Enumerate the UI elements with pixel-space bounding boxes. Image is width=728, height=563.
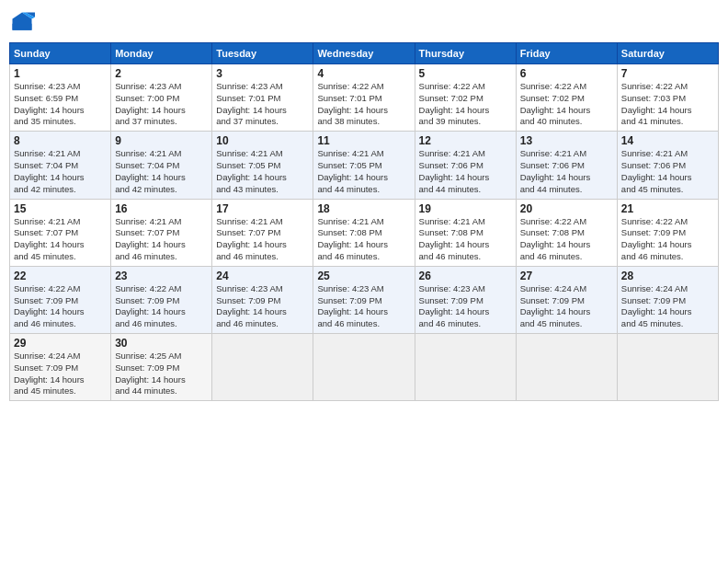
- day-number: 13: [520, 134, 613, 147]
- day-info: Sunrise: 4:21 AMSunset: 7:06 PMDaylight:…: [520, 148, 613, 195]
- week-row-4: 22Sunrise: 4:22 AMSunset: 7:09 PMDayligh…: [10, 266, 719, 333]
- calendar-cell: 21Sunrise: 4:22 AMSunset: 7:09 PMDayligh…: [617, 199, 718, 266]
- day-number: 25: [317, 270, 410, 282]
- calendar-cell: 3Sunrise: 4:23 AMSunset: 7:01 PMDaylight…: [212, 64, 313, 132]
- calendar-cell: 18Sunrise: 4:21 AMSunset: 7:08 PMDayligh…: [313, 199, 415, 266]
- calendar-cell: 30Sunrise: 4:25 AMSunset: 7:09 PMDayligh…: [111, 334, 212, 401]
- day-number: 28: [621, 270, 714, 282]
- calendar-cell: [617, 334, 718, 401]
- day-info: Sunrise: 4:22 AMSunset: 7:02 PMDaylight:…: [419, 81, 512, 128]
- day-number: 17: [216, 202, 309, 215]
- week-row-5: 29Sunrise: 4:24 AMSunset: 7:09 PMDayligh…: [10, 334, 719, 401]
- day-number: 14: [621, 134, 714, 147]
- day-info: Sunrise: 4:23 AMSunset: 7:00 PMDaylight:…: [115, 81, 208, 128]
- week-row-2: 8Sunrise: 4:21 AMSunset: 7:04 PMDaylight…: [10, 132, 719, 199]
- calendar-cell: 14Sunrise: 4:21 AMSunset: 7:06 PMDayligh…: [617, 132, 718, 199]
- day-info: Sunrise: 4:24 AMSunset: 7:09 PMDaylight:…: [520, 283, 613, 330]
- day-info: Sunrise: 4:22 AMSunset: 7:09 PMDaylight:…: [115, 283, 208, 330]
- calendar-cell: 28Sunrise: 4:24 AMSunset: 7:09 PMDayligh…: [617, 266, 718, 333]
- day-info: Sunrise: 4:23 AMSunset: 7:01 PMDaylight:…: [216, 81, 309, 128]
- calendar-cell: 19Sunrise: 4:21 AMSunset: 7:08 PMDayligh…: [415, 199, 516, 266]
- day-info: Sunrise: 4:24 AMSunset: 7:09 PMDaylight:…: [14, 350, 107, 397]
- day-number: 19: [419, 202, 512, 215]
- day-info: Sunrise: 4:21 AMSunset: 7:07 PMDaylight:…: [14, 216, 107, 263]
- calendar-cell: 27Sunrise: 4:24 AMSunset: 7:09 PMDayligh…: [516, 266, 617, 333]
- calendar-cell: 11Sunrise: 4:21 AMSunset: 7:05 PMDayligh…: [313, 132, 415, 199]
- day-number: 16: [115, 202, 208, 215]
- week-row-3: 15Sunrise: 4:21 AMSunset: 7:07 PMDayligh…: [10, 199, 719, 266]
- calendar-cell: 6Sunrise: 4:22 AMSunset: 7:02 PMDaylight…: [516, 64, 617, 132]
- calendar-cell: 4Sunrise: 4:22 AMSunset: 7:01 PMDaylight…: [313, 64, 415, 132]
- calendar-cell: [313, 334, 415, 401]
- day-info: Sunrise: 4:21 AMSunset: 7:04 PMDaylight:…: [115, 148, 208, 195]
- day-number: 29: [14, 337, 107, 350]
- day-number: 11: [317, 134, 410, 147]
- header: [9, 9, 719, 35]
- day-number: 9: [115, 134, 208, 147]
- day-info: Sunrise: 4:23 AMSunset: 7:09 PMDaylight:…: [419, 283, 512, 330]
- day-number: 18: [317, 202, 410, 215]
- calendar-cell: 9Sunrise: 4:21 AMSunset: 7:04 PMDaylight…: [111, 132, 212, 199]
- calendar-cell: 1Sunrise: 4:23 AMSunset: 6:59 PMDaylight…: [10, 64, 111, 132]
- header-saturday: Saturday: [617, 43, 718, 64]
- day-number: 3: [216, 67, 309, 80]
- calendar-cell: 5Sunrise: 4:22 AMSunset: 7:02 PMDaylight…: [415, 64, 516, 132]
- day-number: 27: [520, 270, 613, 282]
- calendar-cell: [415, 334, 516, 401]
- calendar-cell: 10Sunrise: 4:21 AMSunset: 7:05 PMDayligh…: [212, 132, 313, 199]
- day-number: 22: [14, 270, 107, 282]
- header-monday: Monday: [111, 43, 212, 64]
- day-info: Sunrise: 4:21 AMSunset: 7:07 PMDaylight:…: [115, 216, 208, 263]
- day-number: 26: [419, 270, 512, 282]
- day-info: Sunrise: 4:21 AMSunset: 7:05 PMDaylight:…: [317, 148, 410, 195]
- day-info: Sunrise: 4:22 AMSunset: 7:02 PMDaylight:…: [520, 81, 613, 128]
- day-info: Sunrise: 4:25 AMSunset: 7:09 PMDaylight:…: [115, 350, 208, 397]
- calendar-cell: 15Sunrise: 4:21 AMSunset: 7:07 PMDayligh…: [10, 199, 111, 266]
- calendar-cell: 25Sunrise: 4:23 AMSunset: 7:09 PMDayligh…: [313, 266, 415, 333]
- calendar-cell: 16Sunrise: 4:21 AMSunset: 7:07 PMDayligh…: [111, 199, 212, 266]
- day-info: Sunrise: 4:21 AMSunset: 7:04 PMDaylight:…: [14, 148, 107, 195]
- calendar-cell: 17Sunrise: 4:21 AMSunset: 7:07 PMDayligh…: [212, 199, 313, 266]
- header-tuesday: Tuesday: [212, 43, 313, 64]
- day-number: 21: [621, 202, 714, 215]
- calendar-cell: 8Sunrise: 4:21 AMSunset: 7:04 PMDaylight…: [10, 132, 111, 199]
- day-info: Sunrise: 4:23 AMSunset: 7:09 PMDaylight:…: [317, 283, 410, 330]
- day-number: 6: [520, 67, 613, 80]
- calendar-cell: [212, 334, 313, 401]
- day-info: Sunrise: 4:23 AMSunset: 6:59 PMDaylight:…: [14, 81, 107, 128]
- calendar-cell: 7Sunrise: 4:22 AMSunset: 7:03 PMDaylight…: [617, 64, 718, 132]
- page: SundayMondayTuesdayWednesdayThursdayFrid…: [0, 0, 728, 563]
- calendar-header-row: SundayMondayTuesdayWednesdayThursdayFrid…: [10, 43, 719, 64]
- calendar-cell: 26Sunrise: 4:23 AMSunset: 7:09 PMDayligh…: [415, 266, 516, 333]
- header-sunday: Sunday: [10, 43, 111, 64]
- calendar: SundayMondayTuesdayWednesdayThursdayFrid…: [9, 42, 719, 401]
- logo: [9, 9, 39, 35]
- day-number: 7: [621, 67, 714, 80]
- day-info: Sunrise: 4:22 AMSunset: 7:09 PMDaylight:…: [621, 216, 714, 263]
- day-number: 12: [419, 134, 512, 147]
- day-number: 1: [14, 67, 107, 80]
- header-friday: Friday: [516, 43, 617, 64]
- day-number: 24: [216, 270, 309, 282]
- day-info: Sunrise: 4:21 AMSunset: 7:07 PMDaylight:…: [216, 216, 309, 263]
- logo-icon: [9, 9, 35, 35]
- day-number: 20: [520, 202, 613, 215]
- svg-rect-3: [13, 24, 32, 30]
- day-info: Sunrise: 4:22 AMSunset: 7:01 PMDaylight:…: [317, 81, 410, 128]
- day-info: Sunrise: 4:21 AMSunset: 7:06 PMDaylight:…: [621, 148, 714, 195]
- calendar-cell: 13Sunrise: 4:21 AMSunset: 7:06 PMDayligh…: [516, 132, 617, 199]
- header-thursday: Thursday: [415, 43, 516, 64]
- calendar-cell: 20Sunrise: 4:22 AMSunset: 7:08 PMDayligh…: [516, 199, 617, 266]
- day-info: Sunrise: 4:22 AMSunset: 7:08 PMDaylight:…: [520, 216, 613, 263]
- week-row-1: 1Sunrise: 4:23 AMSunset: 6:59 PMDaylight…: [10, 64, 719, 132]
- day-info: Sunrise: 4:23 AMSunset: 7:09 PMDaylight:…: [216, 283, 309, 330]
- day-info: Sunrise: 4:21 AMSunset: 7:05 PMDaylight:…: [216, 148, 309, 195]
- day-number: 10: [216, 134, 309, 147]
- day-number: 30: [115, 337, 208, 350]
- day-info: Sunrise: 4:21 AMSunset: 7:08 PMDaylight:…: [317, 216, 410, 263]
- day-info: Sunrise: 4:24 AMSunset: 7:09 PMDaylight:…: [621, 283, 714, 330]
- calendar-cell: 23Sunrise: 4:22 AMSunset: 7:09 PMDayligh…: [111, 266, 212, 333]
- calendar-cell: 29Sunrise: 4:24 AMSunset: 7:09 PMDayligh…: [10, 334, 111, 401]
- calendar-cell: 2Sunrise: 4:23 AMSunset: 7:00 PMDaylight…: [111, 64, 212, 132]
- day-number: 15: [14, 202, 107, 215]
